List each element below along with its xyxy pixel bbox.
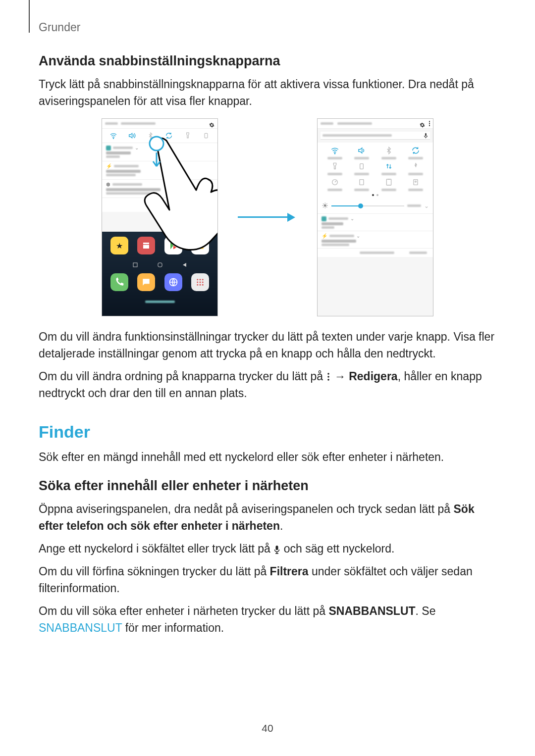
svg-point-15 bbox=[197, 284, 198, 286]
svg-point-32 bbox=[328, 376, 330, 378]
svg-point-9 bbox=[197, 279, 198, 280]
svg-point-11 bbox=[202, 279, 204, 280]
app-icon bbox=[164, 237, 182, 254]
svg-rect-1 bbox=[205, 133, 208, 138]
rotate-icon bbox=[164, 132, 173, 140]
wifi-icon bbox=[109, 132, 118, 140]
svg-rect-28 bbox=[386, 179, 391, 185]
dock-message-icon bbox=[137, 273, 155, 291]
section2-para1: Sök efter en mängd innehåll med ett nyck… bbox=[39, 449, 496, 465]
sound-icon bbox=[357, 146, 367, 155]
svg-rect-5 bbox=[201, 246, 204, 249]
section2-para4: Om du vill förfina sökningen trycker du … bbox=[39, 563, 496, 597]
section2-para2: Öppna aviseringspanelen, dra nedåt på av… bbox=[39, 501, 496, 534]
breadcrumb: Grunder bbox=[39, 21, 80, 34]
bluelight-icon bbox=[357, 177, 367, 187]
app-icon bbox=[191, 237, 209, 254]
figure-phone-right: ☀ ⌄ ⌄ ⚡⌄ bbox=[317, 118, 433, 316]
svg-point-24 bbox=[334, 153, 335, 154]
snabbanslut-link[interactable]: SNABBANSLUT bbox=[39, 621, 122, 634]
svg-point-10 bbox=[199, 279, 201, 280]
sound-icon bbox=[127, 132, 136, 140]
airplane-icon bbox=[357, 161, 367, 171]
data-icon bbox=[384, 161, 394, 171]
more-icon bbox=[326, 369, 331, 378]
more-icon bbox=[429, 121, 430, 126]
header-rule bbox=[29, 0, 30, 33]
dock-browser-icon bbox=[164, 273, 182, 291]
brightness-slider bbox=[331, 205, 404, 206]
svg-rect-34 bbox=[276, 546, 278, 550]
brightness-icon: ☀ bbox=[321, 201, 328, 210]
section2-heading: Finder bbox=[39, 422, 496, 442]
svg-rect-4 bbox=[197, 246, 200, 249]
dock-phone-icon bbox=[110, 273, 128, 291]
pager-dots bbox=[318, 192, 433, 198]
nav-recent-icon bbox=[133, 260, 138, 265]
app-icon: ★ bbox=[110, 237, 128, 254]
flashlight-icon bbox=[183, 132, 192, 140]
performance-icon bbox=[330, 177, 340, 187]
svg-rect-2 bbox=[197, 242, 200, 245]
wifi-icon bbox=[330, 146, 340, 155]
bluetooth-icon bbox=[384, 146, 394, 155]
section1-para3: Om du vill ändra ordning på knapparna tr… bbox=[39, 368, 496, 402]
svg-rect-22 bbox=[425, 133, 427, 136]
svg-point-17 bbox=[202, 284, 204, 286]
arrow-right-icon bbox=[238, 212, 297, 222]
location-icon bbox=[411, 177, 421, 187]
app-icon bbox=[137, 237, 155, 254]
svg-point-31 bbox=[328, 373, 330, 375]
dock-apps-icon bbox=[191, 273, 209, 291]
svg-rect-25 bbox=[360, 164, 364, 169]
section2-subhead: Söka efter innehåll eller enheter i närh… bbox=[39, 478, 496, 494]
section1-para1: Tryck lätt på snabbinställningsknapparna… bbox=[39, 76, 496, 109]
dnd-icon bbox=[384, 177, 394, 187]
flashlight-icon bbox=[330, 161, 340, 171]
nav-home-icon bbox=[158, 260, 162, 265]
airplane-icon bbox=[202, 132, 211, 140]
mic-icon bbox=[273, 542, 280, 551]
svg-rect-27 bbox=[360, 180, 364, 185]
gear-icon bbox=[420, 121, 425, 126]
section1-heading: Använda snabbinställningsknapparna bbox=[39, 53, 496, 69]
svg-point-30 bbox=[415, 181, 417, 182]
svg-point-16 bbox=[199, 284, 201, 286]
powersave-icon bbox=[411, 161, 421, 171]
svg-point-13 bbox=[199, 282, 201, 283]
page-number: 40 bbox=[0, 722, 535, 734]
svg-point-33 bbox=[328, 379, 330, 381]
section2-para3: Ange ett nyckelord i sökfältet eller try… bbox=[39, 540, 496, 557]
page-content: Använda snabbinställningsknapparna Tryck… bbox=[39, 53, 496, 642]
rotate-icon bbox=[411, 146, 421, 155]
mic-icon bbox=[424, 133, 428, 139]
svg-point-0 bbox=[113, 138, 113, 139]
svg-rect-7 bbox=[158, 263, 162, 267]
figure-row: ⌄ ⚡ ⬢ ★ bbox=[39, 118, 496, 316]
bluetooth-icon bbox=[146, 132, 155, 140]
nav-back-icon bbox=[182, 260, 187, 265]
section1-para2: Om du vill ändra funktionsinställningar … bbox=[39, 328, 496, 362]
svg-rect-6 bbox=[133, 263, 137, 267]
figure-phone-left: ⌄ ⚡ ⬢ ★ bbox=[102, 118, 218, 316]
chevron-down-icon: ⌄ bbox=[424, 202, 429, 209]
svg-rect-3 bbox=[201, 242, 204, 245]
svg-point-12 bbox=[197, 282, 198, 283]
gear-icon bbox=[209, 121, 214, 126]
section2-para5: Om du vill söka efter enheter i närheten… bbox=[39, 603, 496, 636]
svg-point-14 bbox=[202, 282, 204, 283]
